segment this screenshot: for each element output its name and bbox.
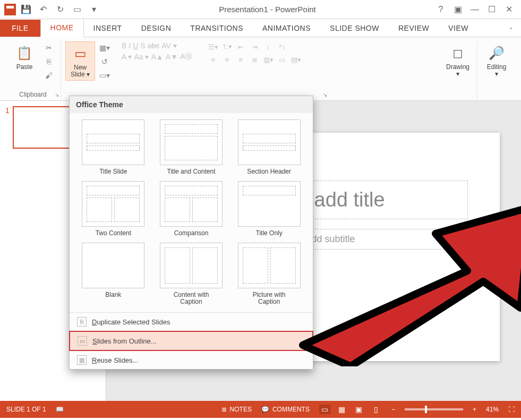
columns-icon[interactable]: ▥▾ (262, 54, 274, 65)
slides-from-outline[interactable]: ▭ Slides from Outline... (69, 331, 313, 351)
help-icon[interactable]: ? (434, 3, 448, 16)
bullets-icon[interactable]: ☰▾ (207, 41, 219, 52)
save-icon[interactable]: 💾 (19, 3, 33, 16)
shapes-icon: ◻ (448, 44, 467, 63)
layout-content-with-caption[interactable]: Content with Caption (156, 243, 227, 306)
layout-picture-with-caption[interactable]: Picture with Caption (234, 243, 304, 306)
tab-file[interactable]: FILE (0, 20, 40, 37)
reuse-slides[interactable]: ▥ Reuse Slides... (70, 351, 313, 369)
reading-view-icon[interactable]: ▣ (353, 405, 365, 414)
clear-format-icon[interactable]: Aⓐ (180, 52, 192, 62)
editing-button[interactable]: 🔎 Editing▾ (482, 41, 511, 80)
slideshow-view-icon[interactable]: ▯ (370, 405, 382, 414)
font-face[interactable]: A ▾ (122, 53, 132, 61)
tab-insert[interactable]: INSERT (84, 20, 132, 37)
slide-sorter-icon[interactable]: ▦ (336, 405, 348, 414)
paste-label: Paste (16, 64, 33, 71)
tab-view[interactable]: VIEW (439, 20, 478, 37)
comments-button[interactable]: 💬 COMMENTS (261, 406, 310, 413)
layout-thumb (82, 119, 144, 165)
layout-blank[interactable]: Blank (78, 243, 149, 306)
outline-rest: lides from Outline... (97, 337, 157, 345)
tab-slideshow[interactable]: SLIDE SHOW (320, 20, 389, 37)
underline-icon[interactable]: U (133, 41, 138, 50)
justify-icon[interactable]: ≣ (249, 54, 260, 65)
font-dropdown-icon[interactable]: ▾ (173, 41, 177, 50)
convert-smartart-icon[interactable]: ▤▾ (290, 54, 302, 65)
layout-title-slide[interactable]: Title Slide (78, 119, 149, 176)
qat-customize-icon[interactable]: ▾ (87, 3, 101, 16)
minimize-icon[interactable]: — (468, 3, 482, 16)
maximize-icon[interactable]: ☐ (485, 3, 499, 16)
redo-icon[interactable]: ↻ (53, 3, 67, 16)
zoom-percentage[interactable]: 41% (486, 406, 499, 413)
paste-button[interactable]: 📋 Paste (10, 41, 39, 73)
ribbon-display-icon[interactable]: ▣ (451, 3, 465, 16)
char-spacing-icon[interactable]: AV (161, 41, 171, 50)
decrease-indent-icon[interactable]: ⇤ (235, 41, 246, 52)
layout-thumb (82, 243, 144, 288)
drawing-button[interactable]: ◻ Drawing▾ (443, 41, 473, 80)
clipboard-icon: 📋 (15, 44, 34, 63)
copy-icon[interactable]: ⎘ (41, 55, 56, 68)
numbering-icon[interactable]: ⒈▾ (221, 41, 233, 52)
layout-title-only[interactable]: Title Only (234, 181, 304, 237)
start-from-beginning-icon[interactable]: ▭ (70, 3, 84, 16)
spellcheck-icon[interactable]: 📖 (56, 406, 64, 413)
strikethrough-icon[interactable]: abc (148, 41, 160, 50)
align-center-icon[interactable]: ≡ (221, 54, 233, 65)
tab-review[interactable]: REVIEW (389, 20, 439, 37)
tab-animations[interactable]: ANIMATIONS (253, 20, 320, 37)
align-right-icon[interactable]: ≡ (235, 54, 246, 65)
fit-to-window-icon[interactable]: ⛶ (508, 406, 515, 413)
tab-transitions[interactable]: TRANSITIONS (181, 20, 253, 37)
dup-rest: uplicate Selected Slides (97, 318, 170, 326)
zoom-slider[interactable] (405, 408, 463, 410)
editing-arrow: ▾ (495, 70, 498, 78)
drawing-group: ◻ Drawing▾ (439, 40, 477, 99)
comments-label: COMMENTS (272, 406, 310, 413)
layout-comparison[interactable]: Comparison (156, 181, 227, 237)
close-icon[interactable]: ✕ (502, 3, 516, 16)
increase-font-icon[interactable]: A▲ (151, 53, 163, 61)
slide-counter[interactable]: SLIDE 1 OF 1 (6, 406, 46, 413)
cut-icon[interactable]: ✂ (41, 41, 56, 54)
layout-name: Content with Caption (174, 292, 209, 306)
layout-icon[interactable]: ▦▾ (97, 41, 112, 54)
reuse-icon: ▥ (77, 355, 87, 365)
layout-title-and-content[interactable]: Title and Content (156, 119, 227, 176)
tab-design[interactable]: DESIGN (132, 20, 181, 37)
section-icon[interactable]: ▭▾ (97, 69, 112, 82)
normal-view-icon[interactable]: ▭ (319, 405, 331, 414)
align-text-icon[interactable]: ▭ (276, 54, 288, 65)
bold-icon[interactable]: B (122, 41, 126, 50)
text-direction-icon[interactable]: ᴬ↕ (276, 41, 288, 52)
new-slide-button[interactable]: ▭ New Slide ▾ (65, 41, 95, 81)
paragraph-dialog-launcher-icon[interactable]: ↘ (323, 92, 327, 98)
reset-icon[interactable]: ↺ (97, 55, 112, 68)
layout-name: Title and Content (167, 168, 216, 176)
collapse-ribbon-icon[interactable]: ˄ (505, 25, 517, 37)
line-spacing-icon[interactable]: ↕ (262, 41, 274, 52)
powerpoint-app-icon (4, 4, 16, 15)
tab-home[interactable]: HOME (40, 19, 84, 37)
notes-button[interactable]: ≣ NOTES (221, 406, 252, 413)
font-case[interactable]: Aa ▾ (134, 53, 149, 61)
undo-icon[interactable]: ↶ (36, 3, 50, 16)
increase-indent-icon[interactable]: ⇥ (249, 41, 260, 52)
shadow-icon[interactable]: S (140, 41, 145, 50)
zoom-in-icon[interactable]: + (473, 406, 476, 413)
align-left-icon[interactable]: ≡ (207, 54, 219, 65)
format-painter-icon[interactable]: 🖌 (41, 69, 56, 82)
clipboard-group: 📋 Paste ✂ ⎘ 🖌 Clipboard ↘ (5, 40, 61, 99)
layout-section-header[interactable]: Section Header (234, 119, 304, 176)
duplicate-selected-slides[interactable]: ⎘ Duplicate Selected Slides (70, 313, 313, 331)
layout-two-content[interactable]: Two Content (78, 181, 149, 237)
font-paragraph-group: B I U S abc AV ▾ A ▾ Aa ▾ A▲ A▼ Aⓐ (116, 40, 439, 99)
find-icon: 🔎 (487, 44, 506, 63)
zoom-out-icon[interactable]: − (391, 406, 395, 413)
clipboard-dialog-launcher-icon[interactable]: ↘ (55, 92, 59, 98)
dup-key: D (92, 318, 97, 326)
decrease-font-icon[interactable]: A▼ (166, 53, 178, 61)
italic-icon[interactable]: I (129, 41, 131, 50)
